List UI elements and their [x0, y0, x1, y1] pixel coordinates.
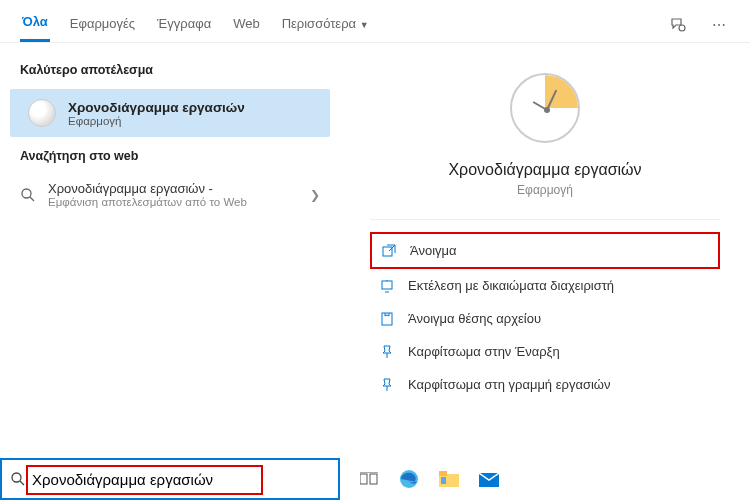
admin-icon	[378, 279, 396, 293]
search-box[interactable]	[0, 458, 340, 500]
action-pin-start[interactable]: Καρφίτσωμα στην Έναρξη	[370, 335, 720, 368]
tab-web[interactable]: Web	[231, 10, 262, 41]
taskbar	[0, 458, 750, 500]
web-search-header: Αναζήτηση στο web	[0, 141, 340, 171]
search-tabs: Όλα Εφαρμογές Έγγραφα Web Περισσότερα ▼ …	[0, 0, 750, 43]
svg-rect-4	[382, 281, 392, 289]
svg-rect-9	[370, 474, 377, 484]
divider	[370, 219, 720, 220]
search-icon	[20, 187, 36, 203]
svg-line-2	[30, 197, 34, 201]
edge-icon[interactable]	[398, 468, 420, 490]
action-open-location[interactable]: Άνοιγμα θέσης αρχείου	[370, 302, 720, 335]
action-pin-taskbar[interactable]: Καρφίτσωμα στη γραμμή εργασιών	[370, 368, 720, 401]
svg-line-7	[20, 481, 24, 485]
pin-taskbar-icon	[378, 378, 396, 392]
web-result-title: Χρονοδιάγραμμα εργασιών -	[48, 181, 247, 196]
location-icon	[378, 312, 396, 326]
preview-subtitle: Εφαρμογή	[517, 183, 573, 197]
best-match-title: Χρονοδιάγραμμα εργασιών	[68, 100, 245, 115]
preview-title: Χρονοδιάγραμμα εργασιών	[448, 161, 641, 179]
best-match-subtitle: Εφαρμογή	[68, 115, 245, 127]
best-match-header: Καλύτερο αποτέλεσμα	[0, 55, 340, 85]
more-icon[interactable]: ⋯	[708, 13, 730, 37]
svg-point-6	[12, 473, 21, 482]
results-panel: Καλύτερο αποτέλεσμα Χρονοδιάγραμμα εργασ…	[0, 43, 340, 463]
svg-point-1	[22, 189, 31, 198]
best-match-result[interactable]: Χρονοδιάγραμμα εργασιών Εφαρμογή	[10, 89, 330, 137]
task-view-icon[interactable]	[358, 468, 380, 490]
action-run-admin[interactable]: Εκτέλεση με δικαιώματα διαχειριστή	[370, 269, 720, 302]
svg-rect-8	[360, 474, 367, 484]
task-scheduler-icon	[28, 99, 56, 127]
preview-panel: Χρονοδιάγραμμα εργασιών Εφαρμογή Άνοιγμα…	[340, 43, 750, 463]
tab-apps[interactable]: Εφαρμογές	[68, 10, 137, 41]
svg-rect-14	[441, 477, 446, 484]
tab-documents[interactable]: Έγγραφα	[155, 10, 213, 41]
mail-icon[interactable]	[478, 468, 500, 490]
search-icon	[10, 471, 26, 487]
tab-all[interactable]: Όλα	[20, 8, 50, 42]
feedback-icon[interactable]	[666, 13, 690, 37]
web-result-subtitle: Εμφάνιση αποτελεσμάτων από το Web	[48, 196, 247, 208]
svg-rect-3	[383, 247, 392, 256]
search-input[interactable]	[32, 471, 330, 488]
open-icon	[380, 244, 398, 258]
svg-point-0	[679, 25, 685, 31]
explorer-icon[interactable]	[438, 468, 460, 490]
chevron-right-icon: ❯	[310, 188, 320, 202]
web-search-result[interactable]: Χρονοδιάγραμμα εργασιών - Εμφάνιση αποτε…	[0, 171, 340, 218]
clock-icon	[510, 73, 580, 143]
action-open[interactable]: Άνοιγμα	[370, 232, 720, 269]
svg-rect-13	[439, 471, 447, 476]
tab-more[interactable]: Περισσότερα ▼	[280, 10, 371, 41]
pin-start-icon	[378, 345, 396, 359]
